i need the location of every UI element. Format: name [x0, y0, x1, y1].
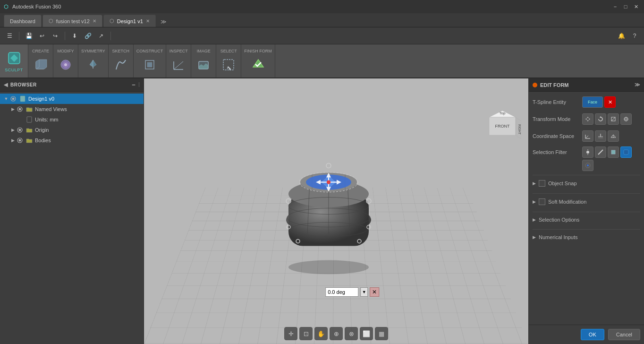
- cancel-button[interactable]: Cancel: [608, 329, 640, 340]
- angle-field[interactable]: [325, 287, 358, 297]
- tab-expand-icon[interactable]: ≫: [157, 17, 170, 27]
- sketch-button[interactable]: [111, 55, 130, 73]
- quick-toolbar: ☰ 💾 ↩ ↪ ⬇ 🔗 ↗ 🔔 ?: [0, 27, 644, 44]
- ef-section-header-selection-options[interactable]: ▶ Selection Options: [533, 215, 640, 224]
- tree-item-origin[interactable]: ▶ Origin: [0, 125, 144, 135]
- tree-item-design1[interactable]: ▼ Design1 v0: [0, 94, 144, 104]
- angle-dropdown-button[interactable]: ▼: [360, 287, 368, 297]
- ef-footer: OK Cancel: [529, 325, 644, 344]
- tab-fusion-test[interactable]: ⬡ fusion test v12 ✕: [42, 15, 102, 27]
- redo-button[interactable]: ↪: [50, 30, 61, 42]
- menu-button[interactable]: ☰: [4, 30, 15, 42]
- tree-arrow-bodies[interactable]: ▶: [9, 137, 16, 144]
- inspect-button[interactable]: [169, 55, 188, 73]
- browser-tree: ▼ Design1 v0 ▶ Named Views: [0, 92, 144, 147]
- transform-scale-button[interactable]: [608, 113, 619, 125]
- nav-zoom-button[interactable]: ⊕: [330, 327, 343, 340]
- select-button[interactable]: [219, 55, 238, 73]
- symmetry-button[interactable]: [84, 55, 102, 73]
- view-cube[interactable]: FRONT Top RIGHT: [483, 107, 521, 146]
- filter-extra-button[interactable]: [582, 160, 593, 171]
- tree-item-units[interactable]: ▶ Units: mm: [0, 114, 144, 125]
- tree-item-bodies[interactable]: ▶ Bodies: [0, 135, 144, 146]
- ef-title: EDIT FORM: [540, 82, 569, 88]
- filter-body-button[interactable]: [620, 146, 632, 158]
- ef-label-tspline: T-Spline Entity: [533, 99, 582, 105]
- tab-fusion-test-close[interactable]: ✕: [93, 18, 96, 24]
- download-button[interactable]: ⬇: [69, 30, 80, 42]
- tree-arrow-origin[interactable]: ▶: [9, 127, 16, 133]
- ribbon-inspect: INSPECT: [166, 44, 191, 77]
- ef-section-header-numerical-inputs[interactable]: ▶ Numerical Inputs: [533, 232, 640, 242]
- transform-rotate-button[interactable]: [595, 113, 606, 125]
- transform-move-button[interactable]: [582, 113, 593, 125]
- create-box-button[interactable]: [31, 55, 50, 73]
- ribbon-section-sculpt[interactable]: SCULPT: [0, 44, 28, 77]
- svg-marker-4: [90, 60, 93, 67]
- svg-point-16: [12, 98, 15, 100]
- browser-back-icon[interactable]: ◀: [4, 82, 8, 88]
- svg-point-86: [587, 164, 589, 166]
- ribbon-construct: CONSTRUCT: [134, 44, 167, 77]
- modify-button[interactable]: [56, 55, 75, 73]
- coord-view-button[interactable]: [608, 130, 619, 142]
- edit-form-header: EDIT FORM ≫: [529, 78, 644, 92]
- tab-design1[interactable]: ⬡ Design1 v1 ✕: [103, 15, 156, 27]
- soft-mod-checkbox[interactable]: [539, 198, 545, 205]
- visibility-icon-origin[interactable]: [16, 126, 24, 134]
- share-button[interactable]: ↗: [95, 30, 107, 42]
- visibility-icon-named-views[interactable]: [16, 105, 24, 113]
- tspline-face-button[interactable]: Face: [582, 96, 603, 108]
- filter-edge-button[interactable]: [595, 146, 606, 158]
- undo-button[interactable]: ↩: [36, 30, 48, 42]
- finish-form-button[interactable]: [249, 55, 268, 73]
- restore-button[interactable]: □: [621, 2, 630, 11]
- image-button[interactable]: [194, 55, 213, 73]
- visibility-icon-design1[interactable]: [9, 95, 17, 103]
- nav-view-button[interactable]: ⬜: [360, 327, 373, 340]
- ok-button[interactable]: OK: [581, 329, 604, 340]
- close-button[interactable]: ✕: [632, 2, 640, 11]
- transform-all-button[interactable]: [620, 113, 632, 125]
- save-button[interactable]: 💾: [23, 30, 34, 42]
- tree-item-named-views[interactable]: ▶ Named Views: [0, 104, 144, 114]
- filter-vertex-button[interactable]: [582, 146, 593, 158]
- angle-reset-button[interactable]: ✕: [370, 287, 379, 297]
- object-snap-checkbox[interactable]: [539, 180, 545, 187]
- nav-pan-button[interactable]: ✋: [314, 327, 328, 340]
- link-button[interactable]: 🔗: [82, 30, 93, 42]
- image-icon: [196, 57, 211, 72]
- ef-expand-icon[interactable]: ≫: [635, 82, 640, 88]
- tab-bar: Dashboard ⬡ fusion test v12 ✕ ⬡ Design1 …: [0, 13, 644, 27]
- notification-button[interactable]: 🔔: [616, 30, 627, 42]
- tree-arrow-design1[interactable]: ▼: [3, 95, 9, 102]
- nav-orbit-button[interactable]: ✛: [284, 327, 297, 340]
- nav-fit-button[interactable]: ⊗: [345, 327, 358, 340]
- filter-face-button[interactable]: [608, 146, 619, 158]
- tab-design1-close[interactable]: ✕: [146, 18, 150, 24]
- tspline-clear-button[interactable]: ✕: [604, 96, 616, 108]
- separator-3: [110, 32, 111, 40]
- app-logo: ⬡: [4, 4, 8, 10]
- nav-grid-button[interactable]: ▦: [375, 327, 388, 340]
- browser-collapse-icon[interactable]: −: [132, 81, 136, 88]
- svg-line-82: [598, 150, 603, 155]
- ef-section-header-soft-mod[interactable]: ▶ Soft Modification: [533, 197, 640, 207]
- coord-world-button[interactable]: [582, 130, 593, 142]
- minimize-button[interactable]: −: [611, 2, 619, 11]
- ef-section-header-object-snap[interactable]: ▶ Object Snap: [533, 178, 640, 189]
- tree-label-design1: Design1 v0: [28, 96, 54, 102]
- tab-dashboard[interactable]: Dashboard: [4, 15, 42, 27]
- cube-nav-svg: FRONT Top RIGHT: [483, 107, 521, 145]
- help-button[interactable]: ?: [629, 30, 640, 42]
- construct-button[interactable]: [140, 55, 159, 73]
- tree-arrow-named-views[interactable]: ▶: [9, 106, 16, 112]
- tab-fusion-test-label: fusion test v12: [56, 18, 90, 24]
- coord-local-button[interactable]: [595, 130, 606, 142]
- symmetry-section-label: SYMMETRY: [81, 49, 105, 53]
- ef-section-selection-options: ▶ Selection Options: [533, 212, 640, 227]
- visibility-icon-bodies[interactable]: [16, 137, 24, 144]
- nav-look-button[interactable]: ⊡: [299, 327, 313, 340]
- ef-header-left: EDIT FORM: [533, 82, 569, 88]
- browser-header: ◀ BROWSER − |: [0, 78, 144, 92]
